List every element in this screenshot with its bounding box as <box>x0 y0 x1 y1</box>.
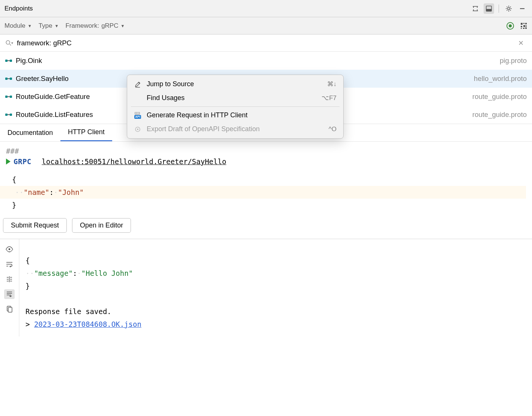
search-bar[interactable]: ▾ framework: gRPC ✕ <box>0 34 532 52</box>
compare-icon[interactable] <box>4 274 15 284</box>
run-icon[interactable] <box>6 159 11 165</box>
panel-title: Endpoints <box>5 5 33 12</box>
ctx-label: Generate Request in HTTP Client <box>147 111 248 119</box>
endpoint-name: Pig.Oink <box>16 57 42 65</box>
svg-point-13 <box>9 248 11 250</box>
copy-icon[interactable] <box>4 304 15 314</box>
svg-rect-8 <box>521 28 522 29</box>
response-value: Hello John <box>86 269 128 277</box>
toolbar-divider <box>499 4 499 13</box>
rpc-icon <box>5 113 12 117</box>
chevron-down-icon: ▼ <box>121 24 125 28</box>
context-menu: Jump to Source ⌘↓ Find Usages ⌥F7 API Ge… <box>127 75 344 139</box>
clear-search-icon[interactable]: ✕ <box>515 37 527 49</box>
rpc-icon <box>5 95 12 99</box>
action-buttons: Submit Request Open in Editor <box>0 214 532 239</box>
ctx-shortcut: ⌥F7 <box>322 94 337 102</box>
response-gutter <box>0 239 20 337</box>
svg-rect-3 <box>521 23 523 25</box>
wrap-icon[interactable] <box>4 259 15 269</box>
http-editor[interactable]: ### GRPC localhost:50051/helloworld.Gree… <box>0 142 532 214</box>
body-value: John <box>62 188 80 196</box>
svg-point-12 <box>6 40 10 44</box>
ctx-jump-to-source[interactable]: Jump to Source ⌘↓ <box>127 77 343 91</box>
ctx-export-openapi: Export Draft of OpenAPI Specification ^O <box>127 122 343 136</box>
filter-framework-value: gRPC <box>101 22 118 30</box>
filter-type-label: Type <box>39 22 53 30</box>
search-icon: ▾ <box>5 40 13 46</box>
svg-rect-10 <box>523 28 524 29</box>
gear-icon[interactable] <box>503 3 514 14</box>
tab-documentation[interactable]: Documentation <box>0 124 60 141</box>
ctx-label: Find Usages <box>147 94 185 102</box>
ctx-label: Export Draft of OpenAPI Specification <box>147 125 260 133</box>
response-panel: { ··"message":·"Hello John" } Response f… <box>0 239 532 337</box>
body-key: name <box>28 188 45 196</box>
response-key: message <box>38 269 68 277</box>
file-prefix: > <box>26 320 34 328</box>
svg-rect-5 <box>525 23 527 24</box>
request-url[interactable]: localhost:50051/helloworld.Greeter/SayHe… <box>42 157 226 166</box>
endpoint-file: route_guide.proto <box>472 93 527 101</box>
svg-rect-15 <box>8 307 12 312</box>
layout-icon[interactable] <box>484 3 494 14</box>
response-saved-label: Response file saved. <box>26 305 141 318</box>
svg-rect-6 <box>521 26 522 27</box>
endpoint-file: route_guide.proto <box>472 111 527 119</box>
filter-bar: Module ▼ Type ▼ Framework: gRPC ▼ <box>0 17 532 34</box>
titlebar-tools <box>470 3 527 14</box>
endpoint-file: pig.proto <box>500 57 527 65</box>
endpoint-name: RouteGuide.ListFeatures <box>16 111 93 119</box>
endpoint-row[interactable]: Pig.Oink pig.proto <box>0 52 532 70</box>
request-separator: ### <box>6 147 526 155</box>
request-method: GRPC <box>14 157 32 166</box>
response-file-link[interactable]: 2023-03-23T084608.OK.json <box>34 320 141 328</box>
svg-point-2 <box>508 7 510 10</box>
svg-rect-11 <box>525 27 527 29</box>
svg-rect-7 <box>523 25 525 27</box>
titlebar: Endpoints <box>0 0 532 17</box>
pencil-icon <box>134 81 141 88</box>
minimize-icon[interactable] <box>517 3 527 14</box>
svg-rect-1 <box>486 9 491 11</box>
preview-icon[interactable] <box>4 244 15 254</box>
rpc-icon <box>5 59 12 63</box>
svg-rect-9 <box>526 25 527 27</box>
filter-module-label: Module <box>5 22 26 30</box>
ctx-shortcut: ^O <box>329 126 337 133</box>
ctx-generate-request[interactable]: API Generate Request in HTTP Client <box>127 108 343 122</box>
svg-rect-4 <box>523 23 524 24</box>
chevron-down-icon: ▼ <box>55 24 59 28</box>
api-icon: API <box>134 112 141 119</box>
endpoint-name: RouteGuide.GetFeature <box>16 93 90 101</box>
rpc-icon <box>5 77 12 81</box>
open-in-editor-button[interactable]: Open in Editor <box>72 218 131 233</box>
ctx-separator <box>131 106 340 107</box>
endpoint-file: hello_world.proto <box>474 75 527 83</box>
ctx-find-usages[interactable]: Find Usages ⌥F7 <box>127 91 343 105</box>
target-disabled-icon <box>134 126 141 133</box>
response-body[interactable]: { ··"message":·"Hello John" } Response f… <box>20 239 147 337</box>
filter-module[interactable]: Module ▼ <box>5 22 32 30</box>
search-input[interactable]: framework: gRPC <box>17 39 511 47</box>
expand-icon[interactable] <box>470 3 481 14</box>
tab-http-client[interactable]: HTTP Client <box>60 124 112 141</box>
request-body[interactable]: { ··"name":·"John" } <box>12 173 526 211</box>
svg-rect-16 <box>135 112 140 114</box>
filter-type[interactable]: Type ▼ <box>39 22 59 30</box>
ctx-shortcut: ⌘↓ <box>327 80 337 88</box>
chevron-down-icon: ▼ <box>28 24 32 28</box>
ctx-label: Jump to Source <box>147 80 194 88</box>
scroll-bottom-icon[interactable] <box>4 289 15 299</box>
filter-framework[interactable]: Framework: gRPC ▼ <box>65 22 125 30</box>
endpoint-name: Greeter.SayHello <box>16 75 69 83</box>
blank-icon <box>134 94 141 102</box>
grid-view-icon[interactable] <box>520 22 527 30</box>
svg-point-18 <box>137 129 138 130</box>
submit-request-button[interactable]: Submit Request <box>3 218 67 233</box>
filter-framework-label: Framework: <box>65 22 99 30</box>
target-icon[interactable] <box>506 22 514 30</box>
